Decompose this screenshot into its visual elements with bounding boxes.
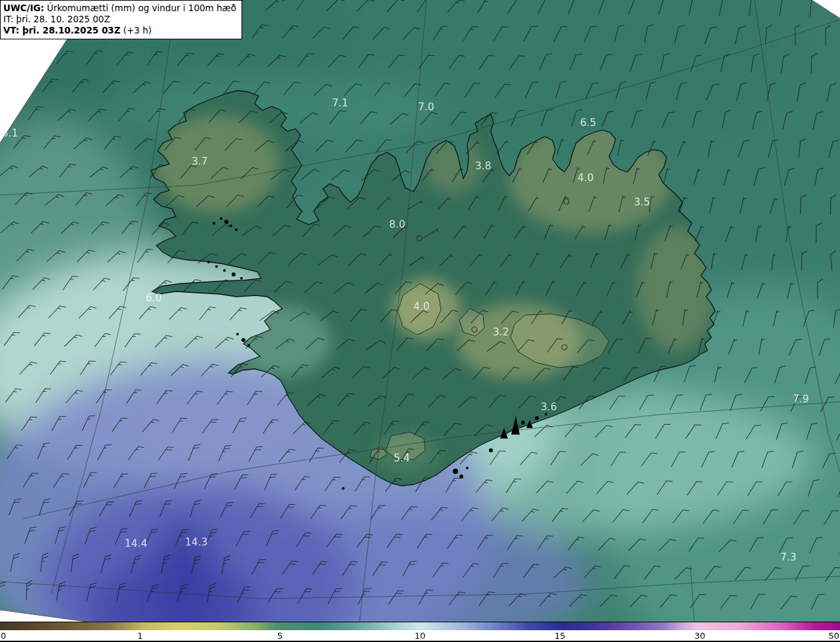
precip-value-label: 4.0 bbox=[413, 301, 430, 312]
valid-time: VT: þri. 28.10.2025 03Z bbox=[3, 25, 120, 35]
precip-value-label: 4.0 bbox=[578, 172, 594, 184]
colorbar: 01510153050 bbox=[0, 622, 840, 642]
colorbar-gradient bbox=[0, 622, 840, 630]
precip-value-label: 3.2 bbox=[493, 326, 509, 338]
model-name: UWC/IG: bbox=[3, 3, 44, 13]
valid-time-offset: (+3 h) bbox=[120, 25, 152, 35]
title-line-1: UWC/IG: Úrkomumætti (mm) og vindur i 100… bbox=[3, 3, 236, 14]
param-title: Úrkomumætti (mm) og vindur i 100m hæð bbox=[47, 3, 237, 13]
precip-value-label: 6.5 bbox=[580, 117, 597, 129]
islet-mark bbox=[521, 421, 525, 425]
precip-value-label: 7.9 bbox=[793, 393, 809, 405]
islet-mark bbox=[232, 272, 236, 276]
precip-value-label: 7.1 bbox=[332, 97, 348, 109]
colorbar-tick-label: 30 bbox=[694, 631, 705, 641]
precip-value-label: 8.0 bbox=[389, 219, 406, 230]
islet-mark bbox=[466, 467, 469, 469]
title-box: UWC/IG: Úrkomumætti (mm) og vindur i 100… bbox=[0, 0, 242, 39]
islet-mark bbox=[213, 222, 215, 225]
precip-value-label: 3.6 bbox=[541, 401, 557, 413]
weather-map: 5.17.17.06.53.73.84.03.58.06.04.03.23.65… bbox=[0, 0, 840, 622]
precip-value-label: 3.8 bbox=[475, 160, 492, 172]
precip-value-label: 3.7 bbox=[192, 156, 208, 167]
colorbar-tick-label: 15 bbox=[555, 631, 566, 641]
precip-value-label: 6.0 bbox=[146, 292, 162, 304]
islet-mark bbox=[235, 228, 238, 231]
islet-mark bbox=[545, 413, 547, 416]
precip-value-label: 7.3 bbox=[780, 551, 797, 563]
colorbar-tick-label: 1 bbox=[137, 631, 142, 641]
islet-mark bbox=[215, 265, 218, 268]
precip-value-label: 3.5 bbox=[634, 196, 650, 208]
precip-value-label: 14.4 bbox=[125, 538, 148, 549]
init-time: IT: þri. 28. 10. 2025 00Z bbox=[3, 14, 236, 25]
weather-map-page: 5.17.17.06.53.73.84.03.58.06.04.03.23.65… bbox=[0, 0, 840, 642]
islet-mark bbox=[453, 469, 458, 474]
islet-mark bbox=[224, 220, 228, 224]
valid-time-line: VT: þri. 28.10.2025 03Z (+3 h) bbox=[3, 25, 236, 36]
precip-value-label: 14.3 bbox=[185, 536, 208, 548]
islet-mark bbox=[240, 277, 243, 280]
islet-mark bbox=[220, 217, 222, 220]
islet-mark bbox=[236, 333, 239, 335]
colorbar-tick-labels: 01510153050 bbox=[0, 630, 840, 642]
islet-mark bbox=[489, 448, 493, 452]
islet-mark bbox=[535, 416, 539, 420]
colorbar-tick-label: 0 bbox=[1, 631, 6, 641]
precip-value-label: 5.4 bbox=[394, 452, 410, 464]
islet-mark bbox=[342, 487, 345, 490]
colorbar-tick-label: 5 bbox=[277, 631, 282, 641]
islet-mark bbox=[223, 269, 226, 272]
islet-mark bbox=[242, 338, 245, 342]
islet-mark bbox=[207, 261, 210, 263]
precip-value-label: 7.0 bbox=[418, 101, 434, 113]
colorbar-tick-label: 10 bbox=[415, 631, 426, 641]
colorbar-tick-label: 50 bbox=[828, 631, 839, 641]
